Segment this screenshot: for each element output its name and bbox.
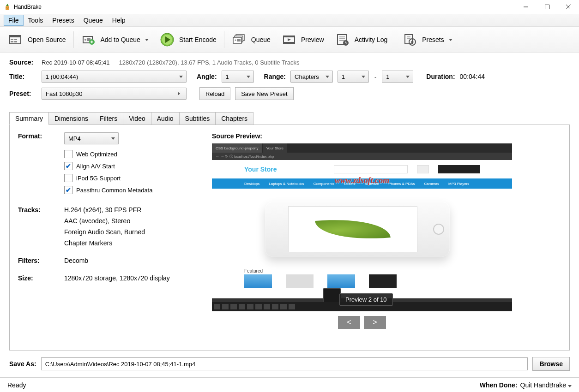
queue-button[interactable]: Queue <box>228 30 274 49</box>
store-search-btn <box>417 165 429 173</box>
when-done-label: When Done: <box>480 381 518 389</box>
phone-home-button <box>433 224 444 235</box>
preview-next-button[interactable]: > <box>364 316 386 329</box>
leaf-image <box>315 214 391 244</box>
menu-queue[interactable]: Queue <box>79 15 108 26</box>
range-dash: - <box>374 73 377 80</box>
angle-select[interactable]: 1 <box>222 71 254 83</box>
save-as-row: Save As: Browse <box>0 350 579 377</box>
title-value: 1 (00:04:44) <box>46 73 78 80</box>
nav-item: Phones & PDAs <box>388 182 415 186</box>
preview-image: CSS background-property Your Store ← → ⟳… <box>212 143 512 311</box>
svg-rect-28 <box>283 42 295 43</box>
tab-subtitles[interactable]: Subtitles <box>179 112 216 125</box>
toolbar-separator <box>395 31 395 48</box>
tab-dimensions[interactable]: Dimensions <box>48 112 94 125</box>
open-source-icon <box>8 32 23 47</box>
product-thumb <box>369 274 397 288</box>
statusbar: Ready When Done: Quit HandBrake <box>0 377 579 392</box>
size-value: 1280x720 storage, 1280x720 display <box>64 274 203 282</box>
svg-point-24 <box>235 40 236 41</box>
presets-dropdown-icon[interactable] <box>449 39 452 41</box>
svg-rect-25 <box>237 39 241 42</box>
main-content: Source: Rec 2019-10-07 08;45;41 1280x720… <box>0 53 579 350</box>
duration-label: Duration: <box>426 73 455 80</box>
tab-chapters[interactable]: Chapters <box>215 112 253 125</box>
store-title: Your Store <box>244 166 277 173</box>
tabs: Summary Dimensions Filters Video Audio S… <box>9 112 570 125</box>
range-from: 1 <box>342 73 345 80</box>
play-icon <box>160 32 175 47</box>
title-select[interactable]: 1 (00:04:44) <box>42 71 187 83</box>
status-text: Ready <box>7 381 480 389</box>
track-subtitle: Foreign Audio Scan, Burned <box>64 228 203 236</box>
tab-video[interactable]: Video <box>123 112 151 125</box>
range-from-select[interactable]: 1 <box>338 71 369 83</box>
preview-prev-button[interactable]: < <box>338 316 360 329</box>
size-label: Size: <box>18 274 64 285</box>
preset-row: Preset: Fast 1080p30 Reload Save New Pre… <box>9 87 570 100</box>
filters-label: Filters: <box>18 257 64 268</box>
presets-icon <box>403 32 417 47</box>
align-av-label: Align A/V Start <box>76 163 115 170</box>
add-queue-dropdown-icon[interactable] <box>145 39 149 41</box>
menu-help[interactable]: Help <box>108 15 130 26</box>
tab-body: Format: MP4 Web Optimized Align A/V Star… <box>9 125 570 350</box>
preview-tooltip: Preview 2 of 10 <box>339 293 393 306</box>
source-info: 1280x720 (1280x720), 13.67 FPS, 1 Audio … <box>119 59 299 66</box>
minimize-button[interactable] <box>515 0 537 14</box>
start-encode-button[interactable]: Start Encode <box>156 30 220 49</box>
web-optimized-checkbox[interactable] <box>64 150 72 158</box>
web-optimized-label: Web Optimized <box>76 151 117 158</box>
save-preset-button[interactable]: Save New Preset <box>235 87 293 100</box>
tab-summary[interactable]: Summary <box>9 112 49 125</box>
svg-rect-11 <box>14 39 17 40</box>
browse-button[interactable]: Browse <box>532 357 570 371</box>
title-label: Title: <box>9 73 37 80</box>
toolbar: Open Source Add to Queue Start Encode Qu… <box>0 27 579 53</box>
queue-label: Queue <box>251 36 271 43</box>
format-select[interactable]: MP4 <box>64 132 119 144</box>
store-cart <box>438 165 480 173</box>
ipod-checkbox[interactable] <box>64 174 72 182</box>
menu-file[interactable]: File <box>4 15 24 26</box>
align-av-checkbox[interactable] <box>64 162 72 170</box>
open-source-label: Open Source <box>28 36 66 43</box>
menu-presets[interactable]: Presets <box>48 15 78 26</box>
format-label: Format: <box>18 132 64 198</box>
svg-rect-9 <box>10 36 21 37</box>
activity-log-button[interactable]: Activity Log <box>332 30 392 49</box>
maximize-button[interactable] <box>537 0 558 14</box>
summary-panel: Format: MP4 Web Optimized Align A/V Star… <box>18 132 203 343</box>
tab-audio[interactable]: Audio <box>151 112 180 125</box>
preview-button[interactable]: Preview <box>278 30 328 49</box>
preview-area: Source Preview: CSS background-property … <box>212 132 561 343</box>
featured-row <box>244 274 480 288</box>
close-button[interactable] <box>558 0 579 14</box>
preview-label: Preview <box>301 36 324 43</box>
range-to-select[interactable]: 1 <box>382 71 413 83</box>
nav-item: Desktops <box>244 182 259 186</box>
add-to-queue-button[interactable]: Add to Queue <box>78 30 152 49</box>
open-source-button[interactable]: Open Source <box>5 30 70 49</box>
when-done-text: Quit HandBrake <box>520 381 567 389</box>
passthru-checkbox[interactable] <box>64 186 72 194</box>
preset-select[interactable]: Fast 1080p30 <box>42 88 187 100</box>
window-controls <box>515 0 579 14</box>
track-audio: AAC (avcodec), Stereo <box>64 217 203 225</box>
log-icon <box>335 32 350 47</box>
toolbar-separator <box>224 31 224 48</box>
reload-button[interactable]: Reload <box>199 87 230 100</box>
save-as-input[interactable] <box>41 357 528 370</box>
svg-rect-5 <box>545 5 549 9</box>
svg-rect-0 <box>6 6 9 10</box>
menu-tools[interactable]: Tools <box>24 15 48 26</box>
tab-filters[interactable]: Filters <box>94 112 123 125</box>
range-type-select[interactable]: Chapters <box>290 71 333 83</box>
range-type: Chapters <box>295 73 319 80</box>
when-done-value[interactable]: Quit HandBrake <box>520 381 572 389</box>
product-thumb <box>286 274 314 288</box>
source-row: Source: Rec 2019-10-07 08;45;41 1280x720… <box>9 59 570 66</box>
presets-button[interactable]: Presets <box>399 30 456 49</box>
start-encode-label: Start Encode <box>179 36 217 43</box>
